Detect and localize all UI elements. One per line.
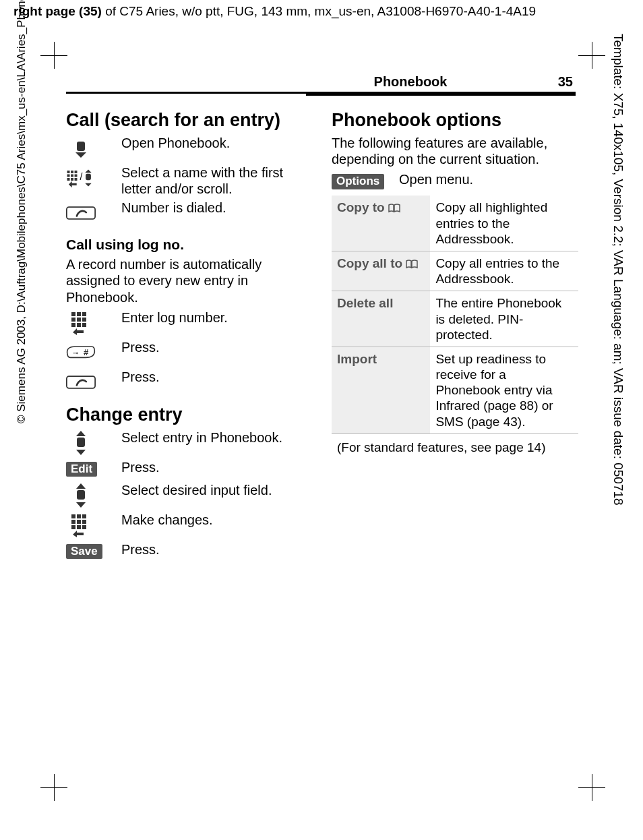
crop-mark-bot-right [578, 774, 605, 801]
svg-marker-14 [85, 183, 91, 187]
svg-rect-23 [77, 323, 81, 327]
step-text: Select entry in Phonebook. [121, 429, 313, 446]
svg-rect-36 [82, 514, 86, 518]
paragraph-log: A record number is automatically assigne… [66, 256, 313, 305]
crop-mark-bot-left [40, 774, 67, 801]
svg-rect-5 [67, 174, 70, 177]
svg-rect-9 [71, 178, 73, 181]
table-row: Copy all to Copy all entries to the Addr… [332, 251, 578, 291]
table-footer-row: (For standard features, see page 14) [332, 433, 578, 459]
crop-mark-top-right [578, 42, 605, 69]
step-text: Open Phonebook. [121, 135, 313, 151]
right-column: Phonebook options The following features… [332, 101, 578, 564]
svg-rect-13 [86, 173, 91, 179]
nav-updown-icon [66, 482, 115, 509]
svg-rect-18 [82, 312, 86, 316]
svg-rect-19 [71, 318, 75, 322]
paragraph-options-intro: The following features are available, de… [332, 135, 578, 168]
svg-text:/: / [80, 171, 82, 182]
left-column: Call (search for an entry) Open Phoneboo… [66, 101, 313, 564]
manual-page: right page (35) of C75 Aries, w/o ptt, F… [0, 0, 643, 840]
svg-rect-4 [75, 171, 78, 173]
print-header-rest: of C75 Aries, w/o ptt, FUG, 143 mm, mx_u… [102, 4, 536, 18]
step-row: Enter log number. [66, 309, 313, 336]
step-row: Select desired input field. [66, 482, 313, 509]
softkey-edit: Edit [66, 459, 115, 479]
svg-rect-40 [71, 525, 75, 529]
step-text: Select a name with the first letter and/… [121, 164, 313, 198]
svg-marker-1 [75, 152, 86, 158]
svg-rect-39 [82, 520, 86, 524]
step-row: Options Open menu. [332, 171, 578, 191]
margin-note-left: © Siemens AG 2003, D:\Auftrag\Mobilephon… [15, 0, 28, 423]
opt-key: Copy to [337, 200, 385, 214]
opt-key: Delete all [332, 291, 430, 347]
heading-phonebook-options: Phonebook options [332, 111, 578, 131]
opt-val: The entire Phonebook is deleted. PIN-pro… [430, 291, 578, 347]
step-text: Press. [121, 369, 313, 385]
section-title: Phonebook [306, 74, 515, 90]
print-header: right page (35) of C75 Aries, w/o ptt, F… [13, 4, 536, 19]
svg-rect-3 [71, 171, 73, 173]
svg-rect-34 [71, 514, 75, 518]
svg-rect-16 [71, 312, 75, 316]
step-row: Press. [66, 369, 313, 396]
svg-marker-31 [76, 483, 86, 489]
keypad-icon [66, 512, 115, 539]
step-row: Number is dialed. [66, 200, 313, 227]
call-key-icon [66, 369, 115, 396]
svg-rect-42 [82, 525, 86, 529]
svg-rect-41 [77, 525, 81, 529]
margin-note-right: Template: X75, 140x105, Version 2.2; VAR… [611, 34, 625, 506]
opt-val: Copy all highlighted entries to the Addr… [430, 196, 578, 251]
keypad-icon [66, 309, 115, 336]
softkey-save: Save [66, 541, 115, 562]
svg-rect-27 [67, 376, 95, 388]
svg-marker-28 [76, 431, 86, 436]
svg-rect-15 [67, 208, 95, 220]
options-table: Copy to Copy all highlighted entries to … [332, 196, 578, 458]
svg-rect-17 [77, 312, 81, 316]
table-footer-text: (For standard features, see page 14) [332, 433, 578, 459]
nav-updown-icon [66, 429, 115, 456]
svg-rect-0 [77, 142, 85, 151]
step-row: Save Press. [66, 541, 313, 562]
softkey-label: Options [332, 174, 384, 189]
svg-rect-8 [67, 178, 70, 181]
step-row: / Select a name with the first letter an… [66, 164, 313, 198]
svg-text:#: # [84, 347, 89, 357]
step-text: Enter log number. [121, 309, 313, 326]
nav-down-icon [66, 135, 115, 162]
call-key-icon [66, 200, 115, 227]
softkey-options: Options [332, 171, 392, 191]
step-text: Number is dialed. [121, 200, 313, 216]
softkey-label: Save [66, 544, 102, 560]
svg-rect-32 [77, 490, 85, 500]
step-row: ⊸# Press. [66, 339, 313, 366]
step-row: Select entry in Phonebook. [66, 429, 313, 456]
svg-rect-7 [75, 174, 78, 177]
svg-rect-21 [82, 318, 86, 322]
svg-rect-10 [75, 178, 78, 181]
crop-mark-top-left [40, 42, 67, 69]
svg-text:⊸: ⊸ [73, 349, 78, 357]
heading-call-log: Call using log no. [66, 236, 313, 253]
svg-rect-20 [77, 318, 81, 322]
page-number: 35 [558, 74, 576, 90]
opt-key: Import [332, 347, 430, 433]
book-icon [406, 260, 418, 269]
svg-marker-33 [76, 502, 86, 508]
content: Call (search for an entry) Open Phoneboo… [66, 101, 578, 564]
svg-rect-38 [77, 520, 81, 524]
page-header: Phonebook 35 [306, 74, 576, 90]
step-row: Edit Press. [66, 459, 313, 479]
table-row: Import Set up readiness to receive for a… [332, 347, 578, 433]
table-row: Copy to Copy all highlighted entries to … [332, 196, 578, 251]
softkey-label: Edit [66, 462, 97, 477]
opt-val: Copy all entries to the Addressbook. [430, 251, 578, 291]
hash-key-icon: ⊸# [66, 339, 115, 366]
table-row: Delete all The entire Phonebook is delet… [332, 291, 578, 347]
step-row: Make changes. [66, 512, 313, 539]
book-icon [388, 204, 400, 213]
svg-rect-24 [82, 323, 86, 327]
